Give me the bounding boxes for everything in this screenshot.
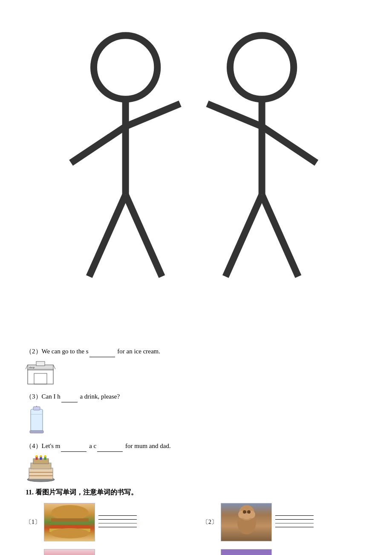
svg-line-9	[262, 127, 317, 163]
img-monkey	[221, 503, 272, 541]
svg-point-37	[51, 505, 89, 520]
write-line-red	[275, 523, 314, 523]
svg-point-47	[243, 510, 246, 514]
svg-rect-40	[50, 525, 89, 529]
svg-line-4	[89, 195, 125, 277]
write-line	[98, 519, 137, 520]
svg-line-5	[126, 195, 162, 277]
img-purple: purple card	[221, 549, 272, 555]
svg-rect-20	[31, 409, 43, 431]
write-lines-2	[275, 515, 314, 529]
q4-blank1	[61, 440, 86, 452]
svg-text:shop: shop	[29, 366, 35, 369]
write-line	[98, 527, 137, 527]
images-grid: 〔1〕	[26, 503, 366, 555]
svg-line-11	[262, 195, 298, 277]
write-line	[98, 515, 137, 516]
svg-point-0	[94, 35, 157, 99]
q3-blank	[61, 390, 78, 402]
svg-rect-12	[28, 369, 53, 384]
section-11-title: 11. 看图片写单词，注意单词的书写。	[26, 488, 366, 497]
svg-rect-14	[34, 373, 47, 384]
img-item-1: 〔1〕	[26, 503, 190, 541]
illustration-cake	[26, 455, 366, 485]
illustration-fighters	[26, 13, 366, 342]
write-line	[275, 527, 314, 527]
svg-rect-38	[51, 518, 89, 522]
svg-point-49	[242, 513, 251, 519]
svg-point-48	[247, 510, 251, 514]
q2-blank	[89, 345, 115, 357]
img-label-1: 〔1〕	[26, 518, 40, 526]
img-burger	[44, 503, 95, 541]
q3-block: （3）Can I h a drink, please?	[26, 390, 366, 402]
q4-text: （4）Let's m a c for mum and dad.	[26, 442, 171, 449]
q4-block: （4）Let's m a c for mum and dad.	[26, 440, 366, 452]
q2-block: （2）We can go to the s for an ice cream.	[26, 345, 366, 357]
img-lips	[44, 549, 95, 555]
svg-rect-39	[49, 522, 90, 525]
svg-line-2	[71, 127, 126, 163]
section-11: 11. 看图片写单词，注意单词的书写。 〔1〕	[26, 488, 366, 555]
write-line	[275, 519, 314, 520]
img-item-3: 〔3〕	[26, 549, 190, 555]
svg-line-3	[126, 104, 180, 126]
q2-text: （2）We can go to the s for an ice cream.	[26, 348, 160, 355]
svg-point-42	[50, 528, 89, 538]
img-item-4: 〔4〕 purple card	[202, 549, 366, 555]
svg-line-8	[208, 104, 262, 126]
svg-rect-51	[221, 549, 272, 555]
img-label-2: 〔2〕	[202, 518, 217, 526]
svg-rect-22	[33, 407, 40, 410]
write-line-red	[98, 523, 137, 523]
svg-line-15	[26, 365, 28, 369]
img-item-2: 〔2〕	[202, 503, 366, 541]
svg-rect-24	[30, 431, 43, 433]
q3-text: （3）Can I h a drink, please?	[26, 393, 120, 400]
illustration-shop: shop	[26, 361, 366, 387]
svg-line-16	[53, 365, 55, 369]
write-line	[275, 515, 314, 516]
svg-line-10	[225, 195, 262, 277]
page-content: （2）We can go to the s for an ice cream. …	[26, 13, 366, 555]
svg-rect-17	[36, 361, 45, 366]
svg-point-6	[230, 35, 294, 99]
write-lines-1	[98, 515, 137, 529]
q4-blank2	[97, 440, 123, 452]
svg-rect-26	[29, 468, 53, 479]
illustration-drink	[26, 406, 366, 436]
